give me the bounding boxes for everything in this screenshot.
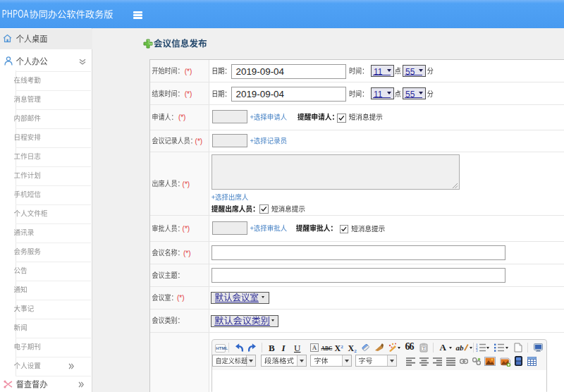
svg-text:3: 3: [476, 349, 478, 352]
